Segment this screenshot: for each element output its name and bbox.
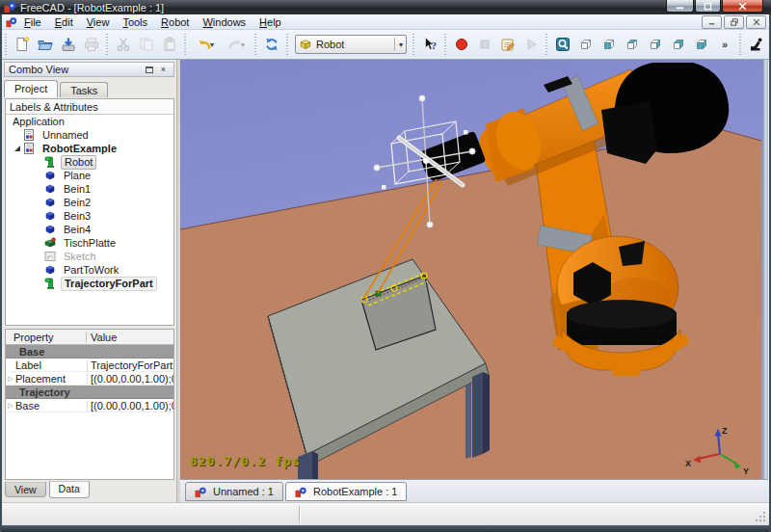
tree-item-label: Unnamed: [40, 129, 92, 142]
expand-arrow-icon[interactable]: ▷: [6, 402, 15, 410]
robot-tool-button[interactable]: [745, 33, 768, 56]
tree-item-robotexample[interactable]: RobotExample: [6, 142, 173, 155]
refresh-button[interactable]: [260, 33, 283, 56]
menu-edit[interactable]: Edit: [48, 16, 80, 28]
menu-robot[interactable]: Robot: [154, 16, 196, 28]
property-group-base[interactable]: Base: [6, 345, 173, 359]
view-fit-icon: [555, 37, 571, 52]
property-value[interactable]: [(0.00,0.00,1.00);0....: [87, 373, 173, 385]
document-app-icon[interactable]: [6, 16, 17, 28]
tree-item-sketch[interactable]: Sketch: [6, 250, 173, 263]
macro-edit-button[interactable]: [496, 33, 519, 56]
resize-grip[interactable]: [754, 510, 767, 523]
maximize-button[interactable]: [695, 0, 721, 13]
macro-stop-button: [473, 33, 496, 56]
chevron-down-icon[interactable]: ▾: [210, 40, 214, 49]
property-row-base[interactable]: ▷Base[(0.00,0.00,1.00);0....: [6, 399, 173, 412]
view-right-button[interactable]: [644, 33, 667, 56]
property-value[interactable]: TrajectoryForPart: [87, 359, 173, 371]
mdi-close-button[interactable]: [746, 15, 766, 29]
tree-item-tischplatte[interactable]: TischPlatte: [6, 236, 173, 250]
expand-arrow-icon[interactable]: ▷: [6, 375, 15, 383]
robot-green-icon: [44, 278, 57, 289]
property-group-trajectory[interactable]: Trajectory: [6, 386, 173, 399]
menu-view[interactable]: View: [80, 16, 117, 28]
dock-close-button[interactable]: ×: [157, 64, 170, 75]
float-icon: [146, 66, 153, 73]
play-icon: [523, 37, 539, 52]
freecad-doc-icon: [195, 486, 208, 498]
view-axonometric-button[interactable]: [574, 33, 598, 56]
minimize-button[interactable]: [666, 0, 694, 13]
dragger-handle[interactable]: [382, 185, 386, 190]
axis-z-label: Z: [722, 426, 728, 436]
property-row-label[interactable]: LabelTrajectoryForPart: [6, 359, 173, 372]
dock-title-bar[interactable]: Combo View ×: [4, 62, 174, 77]
menu-file[interactable]: File: [17, 16, 48, 28]
3d-viewport[interactable]: 820.7/0.2 fps 820.7/0.2 fps Z X Y: [180, 60, 763, 479]
window-frame-left: [0, 13, 2, 532]
title-bar[interactable]: FreeCAD - [RobotExample : 1]: [0, 0, 771, 14]
stop-icon: [477, 37, 492, 52]
tree-item-bein2[interactable]: Bein2: [6, 196, 173, 209]
document-tab-unnamed-1[interactable]: Unnamed : 1: [185, 482, 283, 501]
tab-data[interactable]: Data: [49, 481, 90, 498]
toolbar-grip[interactable]: [285, 34, 290, 55]
new-document-button[interactable]: [11, 33, 34, 56]
dragger-handle[interactable]: [374, 165, 380, 171]
sketch-icon: [44, 251, 57, 262]
chevron-down-icon[interactable]: ▾: [241, 40, 245, 49]
whats-this-button[interactable]: ?: [418, 33, 441, 56]
dragger-handle[interactable]: [464, 130, 468, 135]
tree-item-robot[interactable]: Robot: [6, 155, 173, 169]
save-document-button[interactable]: [57, 33, 80, 56]
tree-item-parttowork[interactable]: PartToWork: [6, 263, 173, 277]
tab-project[interactable]: Project: [4, 80, 58, 97]
toolbar-grip[interactable]: [4, 34, 9, 55]
tab-view[interactable]: View: [5, 482, 46, 497]
view-bottom-button[interactable]: [690, 33, 713, 56]
tree-item-bein1[interactable]: Bein1: [6, 182, 173, 196]
tab-tasks[interactable]: Tasks: [60, 82, 108, 97]
toolbar-grip[interactable]: [253, 34, 258, 55]
property-row-placement[interactable]: ▷Placement[(0.00,0.00,1.00);0....: [6, 372, 173, 386]
chevron-down-icon[interactable]: ▾: [394, 38, 403, 51]
close-button[interactable]: [722, 0, 763, 13]
tree-item-bein4[interactable]: Bein4: [6, 223, 173, 236]
paste-icon: [162, 37, 177, 52]
property-value[interactable]: [(0.00,0.00,1.00);0....: [87, 400, 173, 412]
toolbar-grip[interactable]: [443, 34, 448, 55]
toolbar-grip[interactable]: [738, 34, 743, 55]
viewport-frame: [763, 60, 768, 479]
tree-item-application[interactable]: Application: [6, 115, 173, 128]
view-rear-button[interactable]: [667, 33, 690, 56]
menu-help[interactable]: Help: [253, 16, 288, 28]
dragger-handle[interactable]: [419, 95, 425, 101]
dragger-handle[interactable]: [427, 222, 433, 227]
undo-button[interactable]: ▾: [190, 33, 221, 56]
menu-windows[interactable]: Windows: [196, 16, 253, 28]
view-top-button[interactable]: [621, 33, 644, 56]
property-column: Property: [6, 332, 87, 343]
dock-float-button[interactable]: [143, 64, 155, 75]
toolbar-grip[interactable]: [105, 34, 110, 55]
macro-record-button[interactable]: [450, 33, 473, 56]
document-tab-robotexample-1[interactable]: RobotExample : 1: [285, 482, 407, 501]
menu-tools[interactable]: Tools: [116, 16, 154, 28]
expand-caret-icon[interactable]: [13, 144, 23, 153]
view-overflow-button[interactable]: »: [713, 33, 736, 56]
workbench-selector[interactable]: Robot▾: [295, 35, 407, 54]
tree-item-plane[interactable]: Plane: [6, 169, 173, 182]
toolbar-grip[interactable]: [412, 34, 416, 55]
tree-item-unnamed[interactable]: Unnamed: [6, 128, 173, 142]
tree-item-bein3[interactable]: Bein3: [6, 209, 173, 223]
toolbar-grip[interactable]: [545, 34, 549, 55]
tree-item-trajectoryforpart[interactable]: TrajectoryForPart: [6, 277, 173, 290]
mdi-restore-button[interactable]: [724, 15, 744, 29]
toolbar-grip[interactable]: [183, 34, 188, 55]
open-document-button[interactable]: [34, 33, 57, 56]
mdi-minimize-button[interactable]: [702, 15, 722, 29]
view-front-button[interactable]: [598, 33, 621, 56]
dragger-handle[interactable]: [469, 148, 475, 154]
view-fit-all-button[interactable]: [551, 33, 574, 56]
